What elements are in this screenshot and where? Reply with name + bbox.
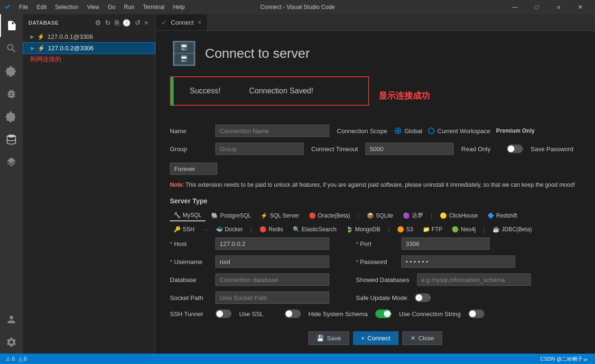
activity-settings[interactable] xyxy=(0,331,23,354)
dameng-label: 达梦 xyxy=(412,211,423,219)
menu-view[interactable]: View xyxy=(83,3,103,11)
server-type-neo4j[interactable]: 🟢 Neo4j xyxy=(448,224,479,235)
connect-button[interactable]: + Connect xyxy=(353,331,399,345)
server-type-redshift[interactable]: 🔷 Redshift xyxy=(483,210,521,221)
menu-file[interactable]: File xyxy=(15,3,32,11)
host-port-row: Host Port xyxy=(170,237,581,250)
maximize-button[interactable]: □ xyxy=(526,0,548,14)
error-count: ⚠ 0 xyxy=(6,356,15,362)
clickhouse-icon: 🟡 xyxy=(440,212,447,219)
activity-explorer[interactable] xyxy=(0,14,23,37)
server-type-mongodb[interactable]: 🍃 MongoDB xyxy=(342,224,384,235)
server-type-s3[interactable]: 🟠 S3 xyxy=(393,224,417,235)
premium-badge: Premium Only xyxy=(496,127,535,134)
showed-db-input[interactable] xyxy=(417,273,531,286)
note-content: : This extension needs to be paid to unl… xyxy=(183,182,575,188)
activity-debug[interactable] xyxy=(0,82,23,105)
sqlserver-label: SQL Server xyxy=(270,212,299,219)
connection-item-1[interactable]: ▶ ⚡ 127.0.0.1@3306 xyxy=(23,31,155,42)
menu-terminal[interactable]: Terminal xyxy=(139,3,168,11)
server-type-docker[interactable]: 🐳 Docker xyxy=(212,224,247,235)
activity-database[interactable] xyxy=(0,128,23,151)
server-type-sqlserver[interactable]: ⚡ SQL Server xyxy=(257,210,303,221)
accounts-icon xyxy=(6,314,17,325)
server-type-oracle[interactable]: 🔴 Oracle(Beta) xyxy=(305,210,354,221)
safe-update-label: Safe Update Mode xyxy=(356,294,407,301)
group-timeout-row: Group Connect Timeout Read Only Save Pas… xyxy=(170,143,581,175)
save-password-label: Save Password xyxy=(530,146,573,153)
connection-saved-text: Connection Saved! xyxy=(249,87,313,95)
ftp-label: FTP xyxy=(432,226,443,233)
readonly-toggle[interactable] xyxy=(507,145,523,153)
server-type-sqlite[interactable]: 📦 SQLite xyxy=(363,210,397,221)
server-type-jdbc[interactable]: ☕ JDBC(Beta) xyxy=(489,224,536,235)
use-conn-string-toggle[interactable] xyxy=(468,309,484,318)
note-text: Note: This extension needs to be paid to… xyxy=(170,181,581,190)
server-type-ssh[interactable]: 🔑 SSH xyxy=(170,224,198,235)
database-input[interactable] xyxy=(215,273,329,286)
safe-update-toggle[interactable] xyxy=(415,293,431,302)
connection-item-2[interactable]: ▶ ⚡ 127.0.0.2@3306 xyxy=(23,42,155,54)
copy-icon[interactable]: ⎘ xyxy=(114,18,120,27)
redis-icon: 🔴 xyxy=(260,226,267,233)
name-input[interactable] xyxy=(215,125,329,137)
success-banner: Success! Connection Saved! xyxy=(170,76,369,106)
socket-input[interactable] xyxy=(215,291,329,304)
postgresql-label: PostgreSQL xyxy=(220,212,251,219)
scope-workspace-radio[interactable]: Current Workspace xyxy=(428,127,491,135)
username-input[interactable] xyxy=(215,255,329,268)
server-type-dameng[interactable]: 🟣 达梦 xyxy=(399,209,427,221)
timeout-input[interactable] xyxy=(365,143,454,155)
save-password-select[interactable]: Forever Session Never xyxy=(170,163,217,175)
radio-dot-workspace xyxy=(428,127,435,134)
csdn-label: CSDN @二哈喇子🐟 xyxy=(540,355,589,363)
refresh-icon[interactable]: ↻ xyxy=(104,18,112,27)
server-type-mysql[interactable]: 🔧 MySQL xyxy=(170,210,205,221)
ssh-icon: 🔑 xyxy=(174,226,181,233)
oracle-label: Oracle(Beta) xyxy=(318,212,350,219)
restore-button[interactable]: ⧈ xyxy=(548,0,569,14)
server-type-elasticsearch[interactable]: 🔍 ElasticSearch xyxy=(289,224,340,235)
menu-go[interactable]: Go xyxy=(104,3,119,11)
activity-layers[interactable] xyxy=(0,151,23,173)
database-label: Database xyxy=(170,276,208,283)
tab-close-icon[interactable]: × xyxy=(197,18,201,26)
settings-icon[interactable]: ⚙ xyxy=(94,18,102,27)
menu-edit[interactable]: Edit xyxy=(33,3,50,11)
server-type-clickhouse[interactable]: 🟡 ClickHouse xyxy=(436,210,482,221)
activity-accounts[interactable] xyxy=(0,308,23,331)
connect-tab[interactable]: ✓ Connect × xyxy=(156,14,208,30)
scope-global-radio[interactable]: Global xyxy=(395,127,422,135)
server-type-redis[interactable]: 🔴 Redis xyxy=(256,224,287,235)
action-buttons: 💾 Save + Connect ✕ Close xyxy=(170,324,581,353)
server-type-ftp[interactable]: 📁 FTP xyxy=(419,224,446,235)
password-input[interactable] xyxy=(401,255,515,268)
ssh-tunnel-toggle[interactable] xyxy=(215,309,232,318)
sidebar-title: DATABASE xyxy=(28,20,58,26)
mysql-icon: 🔧 xyxy=(174,212,181,218)
use-ssl-toggle[interactable] xyxy=(285,309,301,318)
success-annotation: 显示连接成功 xyxy=(379,90,430,101)
menu-run[interactable]: Run xyxy=(120,3,138,11)
timeout-label: Connect Timeout xyxy=(311,146,358,153)
menu-selection[interactable]: Selection xyxy=(51,3,82,11)
activity-extensions[interactable] xyxy=(0,105,23,128)
group-input[interactable] xyxy=(215,143,304,155)
add-connection-icon[interactable]: + xyxy=(143,18,149,27)
server-type-postgresql[interactable]: 🐘 PostgreSQL xyxy=(207,210,255,221)
menu-help[interactable]: Help xyxy=(169,3,189,11)
activity-source-control[interactable] xyxy=(0,60,23,82)
mongodb-icon: 🍃 xyxy=(346,226,353,233)
activity-search[interactable] xyxy=(0,37,23,60)
history-icon[interactable]: 🕒 xyxy=(121,18,132,27)
save-button[interactable]: 💾 Save xyxy=(308,331,349,345)
host-input[interactable] xyxy=(215,237,329,250)
editor-content: 🗄️ Connect to server Success! Connection… xyxy=(156,31,595,354)
reload-icon[interactable]: ↺ xyxy=(134,18,142,27)
hide-schema-toggle[interactable] xyxy=(375,309,391,318)
minimize-button[interactable]: ― xyxy=(504,0,526,14)
jdbc-icon: ☕ xyxy=(493,226,500,233)
close-button[interactable]: ✕ Close xyxy=(402,331,442,345)
close-button[interactable]: ✕ xyxy=(569,0,591,14)
port-input[interactable] xyxy=(401,237,490,250)
